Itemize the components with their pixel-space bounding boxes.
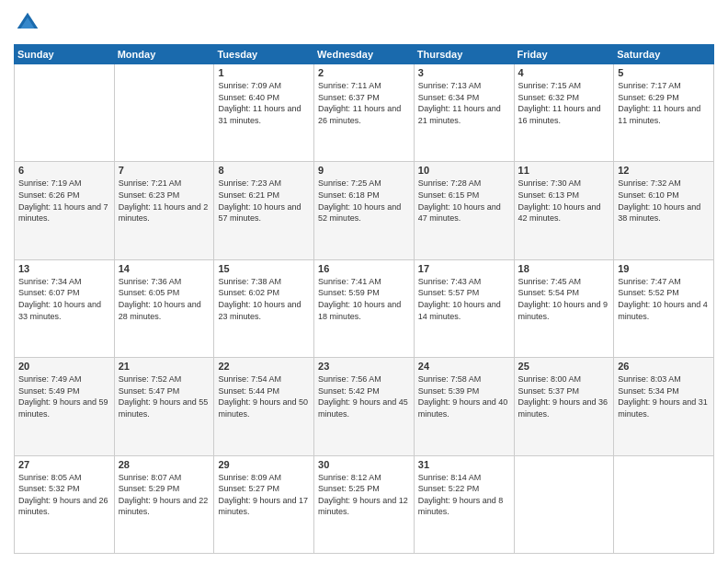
day-cell: 28 Sunrise: 8:07 AMSunset: 5:29 PMDaylig… (114, 455, 214, 553)
day-detail: Sunrise: 7:56 AMSunset: 5:42 PMDaylight:… (318, 373, 410, 419)
day-detail: Sunrise: 7:52 AMSunset: 5:47 PMDaylight:… (119, 373, 210, 419)
day-cell: 18 Sunrise: 7:45 AMSunset: 5:54 PMDaylig… (514, 259, 614, 357)
day-detail: Sunrise: 7:19 AMSunset: 6:26 PMDaylight:… (18, 178, 110, 224)
day-number: 23 (318, 361, 410, 372)
day-number: 18 (518, 263, 610, 274)
header (14, 9, 714, 37)
day-detail: Sunrise: 8:00 AMSunset: 5:37 PMDaylight:… (518, 373, 610, 419)
day-detail: Sunrise: 7:32 AMSunset: 6:10 PMDaylight:… (618, 178, 710, 224)
day-number: 8 (218, 165, 310, 176)
day-cell: 14 Sunrise: 7:36 AMSunset: 6:05 PMDaylig… (114, 259, 214, 357)
logo-icon (14, 9, 41, 37)
day-cell: 7 Sunrise: 7:21 AMSunset: 6:23 PMDayligh… (114, 162, 214, 259)
day-cell: 19 Sunrise: 7:47 AMSunset: 5:52 PMDaylig… (614, 259, 714, 357)
day-cell: 11 Sunrise: 7:30 AMSunset: 6:13 PMDaylig… (514, 162, 614, 259)
day-number: 21 (119, 361, 210, 372)
day-cell: 16 Sunrise: 7:41 AMSunset: 5:59 PMDaylig… (314, 259, 415, 357)
day-number: 26 (618, 361, 710, 372)
day-cell: 29 Sunrise: 8:09 AMSunset: 5:27 PMDaylig… (214, 455, 314, 553)
day-cell: 9 Sunrise: 7:25 AMSunset: 6:18 PMDayligh… (314, 162, 415, 259)
day-cell: 15 Sunrise: 7:38 AMSunset: 6:02 PMDaylig… (214, 259, 314, 357)
day-number: 6 (18, 165, 110, 176)
weekday-saturday: Saturday (614, 45, 714, 64)
day-number: 15 (218, 263, 310, 274)
day-cell: 25 Sunrise: 8:00 AMSunset: 5:37 PMDaylig… (514, 358, 614, 455)
day-number: 7 (119, 165, 210, 176)
calendar-table: SundayMondayTuesdayWednesdayThursdayFrid… (14, 44, 714, 554)
day-number: 31 (418, 459, 510, 470)
day-cell: 6 Sunrise: 7:19 AMSunset: 6:26 PMDayligh… (15, 162, 115, 259)
day-number: 9 (318, 165, 410, 176)
week-row-2: 13 Sunrise: 7:34 AMSunset: 6:07 PMDaylig… (15, 259, 714, 357)
day-detail: Sunrise: 8:05 AMSunset: 5:32 PMDaylight:… (18, 472, 110, 518)
day-detail: Sunrise: 7:43 AMSunset: 5:57 PMDaylight:… (418, 276, 510, 322)
day-cell: 22 Sunrise: 7:54 AMSunset: 5:44 PMDaylig… (214, 358, 314, 455)
day-detail: Sunrise: 7:54 AMSunset: 5:44 PMDaylight:… (218, 373, 310, 419)
day-detail: Sunrise: 7:28 AMSunset: 6:15 PMDaylight:… (418, 178, 510, 224)
day-number: 28 (119, 459, 210, 470)
day-cell: 3 Sunrise: 7:13 AMSunset: 6:34 PMDayligh… (414, 64, 514, 162)
day-cell: 24 Sunrise: 7:58 AMSunset: 5:39 PMDaylig… (414, 358, 514, 455)
day-detail: Sunrise: 7:45 AMSunset: 5:54 PMDaylight:… (518, 276, 610, 322)
day-detail: Sunrise: 8:07 AMSunset: 5:29 PMDaylight:… (119, 472, 210, 518)
weekday-thursday: Thursday (414, 45, 514, 64)
weekday-sunday: Sunday (15, 45, 115, 64)
day-cell: 1 Sunrise: 7:09 AMSunset: 6:40 PMDayligh… (214, 64, 314, 162)
day-detail: Sunrise: 7:38 AMSunset: 6:02 PMDaylight:… (218, 276, 310, 322)
day-cell: 17 Sunrise: 7:43 AMSunset: 5:57 PMDaylig… (414, 259, 514, 357)
day-detail: Sunrise: 8:09 AMSunset: 5:27 PMDaylight:… (218, 472, 310, 518)
day-number: 30 (318, 459, 410, 470)
day-cell (114, 64, 214, 162)
day-number: 20 (18, 361, 110, 372)
day-cell: 23 Sunrise: 7:56 AMSunset: 5:42 PMDaylig… (314, 358, 415, 455)
day-number: 22 (218, 361, 310, 372)
day-number: 25 (518, 361, 610, 372)
day-detail: Sunrise: 7:47 AMSunset: 5:52 PMDaylight:… (618, 276, 710, 322)
day-cell: 31 Sunrise: 8:14 AMSunset: 5:22 PMDaylig… (414, 455, 514, 553)
day-number: 19 (618, 263, 710, 274)
day-detail: Sunrise: 7:21 AMSunset: 6:23 PMDaylight:… (119, 178, 210, 224)
day-number: 10 (418, 165, 510, 176)
day-detail: Sunrise: 7:15 AMSunset: 6:32 PMDaylight:… (518, 80, 610, 126)
day-number: 29 (218, 459, 310, 470)
day-cell: 10 Sunrise: 7:28 AMSunset: 6:15 PMDaylig… (414, 162, 514, 259)
day-number: 12 (618, 165, 710, 176)
page: SundayMondayTuesdayWednesdayThursdayFrid… (0, 0, 728, 563)
day-detail: Sunrise: 7:17 AMSunset: 6:29 PMDaylight:… (618, 80, 710, 126)
day-cell (15, 64, 115, 162)
day-detail: Sunrise: 7:11 AMSunset: 6:37 PMDaylight:… (318, 80, 410, 126)
day-detail: Sunrise: 7:09 AMSunset: 6:40 PMDaylight:… (218, 80, 310, 126)
day-detail: Sunrise: 8:03 AMSunset: 5:34 PMDaylight:… (618, 373, 710, 419)
day-detail: Sunrise: 7:30 AMSunset: 6:13 PMDaylight:… (518, 178, 610, 224)
day-cell (614, 455, 714, 553)
day-detail: Sunrise: 8:12 AMSunset: 5:25 PMDaylight:… (318, 472, 410, 518)
day-number: 17 (418, 263, 510, 274)
day-cell (514, 455, 614, 553)
day-number: 1 (218, 67, 310, 78)
day-number: 13 (18, 263, 110, 274)
day-cell: 2 Sunrise: 7:11 AMSunset: 6:37 PMDayligh… (314, 64, 415, 162)
day-number: 3 (418, 67, 510, 78)
week-row-1: 6 Sunrise: 7:19 AMSunset: 6:26 PMDayligh… (15, 162, 714, 259)
day-detail: Sunrise: 7:49 AMSunset: 5:49 PMDaylight:… (18, 373, 110, 419)
week-row-0: 1 Sunrise: 7:09 AMSunset: 6:40 PMDayligh… (15, 64, 714, 162)
day-cell: 5 Sunrise: 7:17 AMSunset: 6:29 PMDayligh… (614, 64, 714, 162)
day-cell: 21 Sunrise: 7:52 AMSunset: 5:47 PMDaylig… (114, 358, 214, 455)
weekday-friday: Friday (514, 45, 614, 64)
weekday-tuesday: Tuesday (214, 45, 314, 64)
day-number: 16 (318, 263, 410, 274)
weekday-header-row: SundayMondayTuesdayWednesdayThursdayFrid… (15, 45, 714, 64)
day-cell: 8 Sunrise: 7:23 AMSunset: 6:21 PMDayligh… (214, 162, 314, 259)
day-cell: 4 Sunrise: 7:15 AMSunset: 6:32 PMDayligh… (514, 64, 614, 162)
day-detail: Sunrise: 7:13 AMSunset: 6:34 PMDaylight:… (418, 80, 510, 126)
day-cell: 13 Sunrise: 7:34 AMSunset: 6:07 PMDaylig… (15, 259, 115, 357)
day-number: 2 (318, 67, 410, 78)
day-detail: Sunrise: 7:58 AMSunset: 5:39 PMDaylight:… (418, 373, 510, 419)
day-cell: 12 Sunrise: 7:32 AMSunset: 6:10 PMDaylig… (614, 162, 714, 259)
day-number: 4 (518, 67, 610, 78)
weekday-wednesday: Wednesday (314, 45, 415, 64)
week-row-3: 20 Sunrise: 7:49 AMSunset: 5:49 PMDaylig… (15, 358, 714, 455)
day-detail: Sunrise: 7:23 AMSunset: 6:21 PMDaylight:… (218, 178, 310, 224)
day-cell: 20 Sunrise: 7:49 AMSunset: 5:49 PMDaylig… (15, 358, 115, 455)
week-row-4: 27 Sunrise: 8:05 AMSunset: 5:32 PMDaylig… (15, 455, 714, 553)
